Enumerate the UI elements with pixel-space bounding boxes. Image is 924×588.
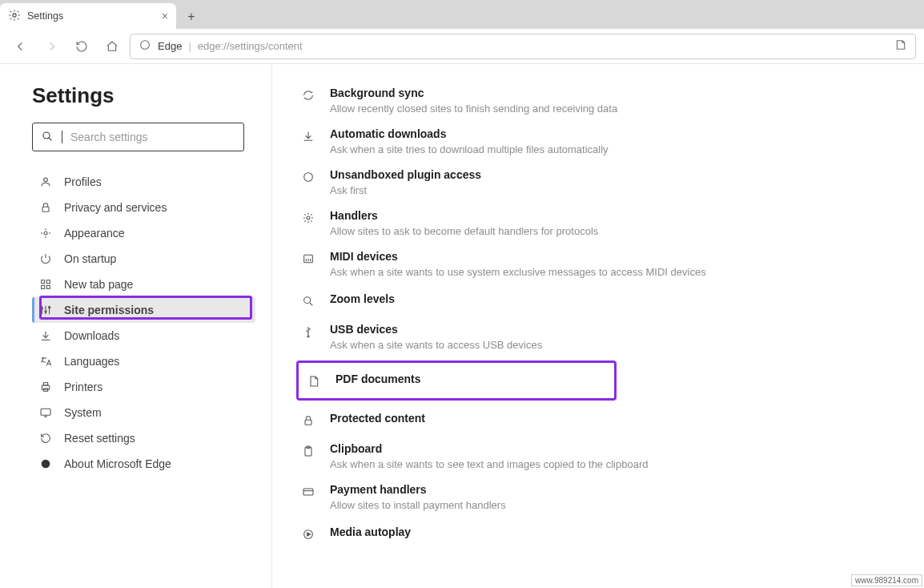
nav-label: Site permissions — [64, 304, 154, 316]
nav-label: System — [64, 406, 102, 419]
highlight-pdf: PDF documents — [296, 360, 617, 401]
new-tab-button[interactable]: + — [179, 5, 203, 29]
perm-title: Zoom levels — [330, 292, 895, 305]
nav-downloads[interactable]: Downloads — [32, 323, 255, 348]
browser-toolbar: Edge | edge://settings/content — [0, 29, 924, 64]
nav-label: New tab page — [64, 278, 133, 291]
perm-title: Handlers — [330, 209, 895, 222]
nav-label: Reset settings — [64, 432, 135, 445]
perm-background-sync[interactable]: Background sync Allow recently closed si… — [296, 80, 900, 121]
svg-point-17 — [42, 460, 50, 469]
nav-privacy[interactable]: Privacy and services — [32, 195, 255, 220]
perm-protected-content[interactable]: Protected content — [296, 404, 900, 436]
search-settings-wrap[interactable] — [32, 123, 244, 151]
nav-about[interactable]: About Microsoft Edge — [32, 451, 255, 477]
svg-rect-8 — [42, 285, 45, 288]
nav-label: Downloads — [64, 329, 119, 342]
nav-reset[interactable]: Reset settings — [32, 425, 255, 451]
perm-desc: Allow sites to install payment handlers — [330, 499, 895, 511]
perm-payment-handlers[interactable]: Payment handlers Allow sites to install … — [296, 477, 900, 518]
svg-point-5 — [44, 232, 47, 235]
gear-icon — [8, 9, 21, 24]
svg-point-21 — [304, 297, 311, 304]
page-title: Settings — [32, 83, 255, 108]
svg-rect-13 — [42, 385, 49, 389]
svg-point-3 — [44, 178, 48, 182]
lock-icon — [38, 201, 53, 214]
perm-desc: Ask when a site wants to use system excl… — [330, 266, 895, 278]
search-icon — [41, 130, 54, 145]
monitor-icon — [38, 406, 53, 419]
perm-title: USB devices — [330, 323, 895, 336]
perm-media-autoplay[interactable]: Media autoplay — [296, 518, 900, 550]
home-button[interactable] — [99, 34, 125, 59]
nav-label: Languages — [64, 355, 119, 368]
svg-point-0 — [13, 13, 16, 16]
svg-rect-6 — [42, 280, 45, 284]
download-icon — [38, 329, 53, 342]
zoom-icon — [301, 294, 315, 308]
payment-icon — [301, 485, 315, 499]
svg-rect-16 — [41, 409, 50, 415]
perm-title: Clipboard — [330, 442, 895, 455]
perm-title: Protected content — [330, 412, 895, 425]
nav-label: Profiles — [64, 175, 102, 188]
perm-desc: Ask when a site tries to download multip… — [330, 143, 895, 155]
search-input[interactable] — [70, 131, 235, 143]
nav-system[interactable]: System — [32, 400, 255, 425]
nav-label: Printers — [64, 381, 102, 393]
perm-desc: Allow sites to ask to become default han… — [330, 225, 895, 237]
refresh-button[interactable] — [69, 34, 94, 59]
svg-rect-4 — [42, 207, 49, 211]
plugin-icon — [301, 170, 315, 184]
svg-point-2 — [43, 132, 50, 139]
nav-newtab[interactable]: New tab page — [32, 272, 255, 297]
nav-site-permissions[interactable]: Site permissions — [32, 297, 255, 323]
nav-label: Appearance — [64, 227, 125, 240]
svg-point-18 — [304, 173, 313, 182]
svg-rect-26 — [303, 489, 313, 495]
perm-usb[interactable]: USB devices Ask when a site wants to acc… — [296, 316, 900, 357]
svg-rect-14 — [43, 383, 47, 385]
perm-automatic-downloads[interactable]: Automatic downloads Ask when a site trie… — [296, 121, 900, 162]
perm-desc: Allow recently closed sites to finish se… — [330, 103, 895, 115]
gear-icon — [301, 211, 315, 225]
address-bar[interactable]: Edge | edge://settings/content — [130, 34, 916, 59]
person-icon — [38, 175, 53, 188]
perm-handlers[interactable]: Handlers Allow sites to ask to become de… — [296, 203, 900, 244]
nav-profiles[interactable]: Profiles — [32, 169, 255, 195]
perm-title: MIDI devices — [330, 250, 895, 263]
nav-languages[interactable]: Languages — [32, 348, 255, 374]
reader-mode-icon[interactable] — [894, 38, 907, 54]
close-icon[interactable]: × — [162, 10, 168, 22]
perm-desc: Ask when a site wants to access USB devi… — [330, 339, 895, 351]
lock-icon — [301, 413, 315, 428]
sliders-icon — [38, 304, 53, 316]
perm-clipboard[interactable]: Clipboard Ask when a site wants to see t… — [296, 436, 900, 477]
back-button[interactable] — [8, 34, 34, 59]
reset-icon — [38, 432, 53, 445]
language-icon — [38, 355, 53, 368]
midi-icon — [301, 252, 315, 266]
perm-pdf[interactable]: PDF documents — [299, 363, 614, 398]
forward-button[interactable] — [38, 34, 64, 59]
perm-title: Payment handlers — [330, 483, 895, 496]
watermark: www.989214.com — [851, 574, 922, 586]
grid-icon — [38, 278, 53, 291]
settings-nav-list: Profiles Privacy and services Appearance… — [32, 169, 255, 477]
nav-appearance[interactable]: Appearance — [32, 220, 255, 246]
edge-logo-icon — [139, 38, 151, 54]
address-url: edge://settings/content — [198, 40, 303, 52]
perm-zoom[interactable]: Zoom levels — [296, 284, 900, 316]
perm-midi[interactable]: MIDI devices Ask when a site wants to us… — [296, 244, 900, 284]
perm-title: Unsandboxed plugin access — [330, 168, 895, 181]
settings-sidebar: Settings Profiles Privacy and services A… — [0, 64, 272, 588]
perm-title: PDF documents — [335, 373, 606, 385]
perm-title: Automatic downloads — [330, 127, 895, 140]
sync-icon — [301, 88, 315, 103]
edge-icon — [38, 457, 53, 470]
nav-startup[interactable]: On startup — [32, 246, 255, 272]
nav-printers[interactable]: Printers — [32, 374, 255, 400]
perm-unsandboxed-plugin[interactable]: Unsandboxed plugin access Ask first — [296, 162, 900, 203]
browser-tab-settings[interactable]: Settings × — [0, 3, 176, 29]
